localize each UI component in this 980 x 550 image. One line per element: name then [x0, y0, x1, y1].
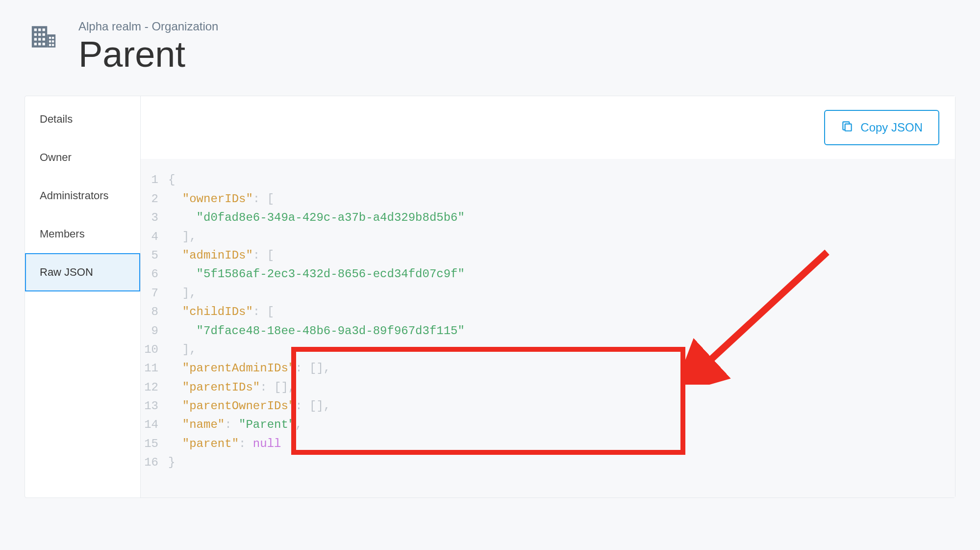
line-content: "childIDs": [ — [168, 303, 274, 321]
line-content: ], — [168, 284, 197, 303]
line-content: "parent": null — [168, 435, 281, 453]
breadcrumb: Alpha realm - Organization — [78, 20, 218, 33]
page-title: Parent — [78, 34, 218, 74]
line-content: "parentIDs": [], — [168, 378, 295, 397]
code-line: 15 "parent": null — [141, 435, 945, 453]
code-line: 11 "parentAdminIDs": [], — [141, 359, 945, 378]
svg-rect-2 — [34, 28, 37, 31]
svg-rect-10 — [43, 38, 45, 40]
line-content: ], — [168, 228, 197, 246]
line-number: 8 — [141, 303, 168, 321]
line-number: 6 — [141, 265, 168, 284]
line-number: 14 — [141, 416, 168, 434]
content-panel: DetailsOwnerAdministratorsMembersRaw JSO… — [25, 96, 955, 498]
copy-json-button[interactable]: Copy JSON — [824, 110, 939, 145]
svg-rect-11 — [34, 43, 37, 45]
line-content: "adminIDs": [ — [168, 246, 274, 265]
code-line: 1{ — [141, 171, 945, 189]
copy-json-label: Copy JSON — [860, 121, 923, 134]
line-number: 16 — [141, 453, 168, 472]
line-content: { — [168, 171, 175, 189]
sidebar-item-members[interactable]: Members — [25, 215, 140, 253]
code-line: 9 "7dface48-18ee-48b6-9a3d-89f967d3f115" — [141, 322, 945, 340]
code-line: 5 "adminIDs": [ — [141, 246, 945, 265]
organization-icon — [29, 23, 58, 51]
svg-rect-9 — [38, 38, 41, 40]
line-content: "7dface48-18ee-48b6-9a3d-89f967d3f115" — [168, 322, 465, 340]
page-header: Alpha realm - Organization Parent — [25, 20, 955, 74]
sidebar-item-administrators[interactable]: Administrators — [25, 177, 140, 215]
code-line: 8 "childIDs": [ — [141, 303, 945, 321]
code-line: 3 "d0fad8e6-349a-429c-a37b-a4d329b8d5b6" — [141, 209, 945, 227]
sidebar: DetailsOwnerAdministratorsMembersRaw JSO… — [25, 96, 141, 498]
sidebar-item-raw-json[interactable]: Raw JSON — [25, 253, 140, 291]
svg-rect-8 — [34, 38, 37, 40]
line-number: 1 — [141, 171, 168, 189]
code-line: 10 ], — [141, 340, 945, 359]
line-content: "parentAdminIDs": [], — [168, 359, 330, 378]
svg-rect-14 — [49, 37, 51, 39]
code-line: 2 "ownerIDs": [ — [141, 190, 945, 209]
svg-rect-12 — [38, 43, 41, 45]
copy-icon — [841, 120, 854, 135]
sidebar-item-details[interactable]: Details — [25, 100, 140, 138]
line-number: 7 — [141, 284, 168, 303]
svg-rect-20 — [845, 124, 852, 131]
svg-rect-19 — [52, 44, 54, 46]
content: Copy JSON 1{2 "ownerIDs": [3 "d0fad8e6-3… — [141, 96, 955, 498]
line-content: "name": "Parent", — [168, 416, 302, 434]
line-content: "5f1586af-2ec3-432d-8656-ecd34fd07c9f" — [168, 265, 465, 284]
svg-rect-3 — [38, 28, 41, 31]
line-number: 5 — [141, 246, 168, 265]
svg-rect-13 — [43, 43, 45, 45]
svg-rect-4 — [43, 28, 45, 31]
line-number: 11 — [141, 359, 168, 378]
svg-rect-7 — [43, 33, 45, 36]
line-number: 13 — [141, 397, 168, 416]
line-number: 12 — [141, 378, 168, 397]
code-line: 4 ], — [141, 228, 945, 246]
code-line: 7 ], — [141, 284, 945, 303]
line-number: 3 — [141, 209, 168, 227]
code-line: 13 "parentOwnerIDs": [], — [141, 397, 945, 416]
svg-rect-16 — [49, 40, 51, 42]
svg-rect-18 — [49, 44, 51, 46]
line-number: 10 — [141, 340, 168, 359]
line-content: "d0fad8e6-349a-429c-a37b-a4d329b8d5b6" — [168, 209, 465, 227]
line-number: 15 — [141, 435, 168, 453]
svg-rect-17 — [52, 40, 54, 42]
svg-rect-1 — [47, 34, 55, 48]
svg-rect-15 — [52, 37, 54, 39]
line-number: 9 — [141, 322, 168, 340]
line-number: 2 — [141, 190, 168, 209]
code-line: 6 "5f1586af-2ec3-432d-8656-ecd34fd07c9f" — [141, 265, 945, 284]
svg-rect-6 — [38, 33, 41, 36]
svg-rect-5 — [34, 33, 37, 36]
sidebar-item-owner[interactable]: Owner — [25, 138, 140, 177]
code-line: 16} — [141, 453, 945, 472]
line-content: } — [168, 453, 175, 472]
line-content: ], — [168, 340, 197, 359]
code-line: 12 "parentIDs": [], — [141, 378, 945, 397]
toolbar: Copy JSON — [141, 96, 955, 159]
line-content: "parentOwnerIDs": [], — [168, 397, 330, 416]
code-line: 14 "name": "Parent", — [141, 416, 945, 434]
json-viewer: 1{2 "ownerIDs": [3 "d0fad8e6-349a-429c-a… — [141, 159, 955, 498]
line-number: 4 — [141, 228, 168, 246]
line-content: "ownerIDs": [ — [168, 190, 274, 209]
